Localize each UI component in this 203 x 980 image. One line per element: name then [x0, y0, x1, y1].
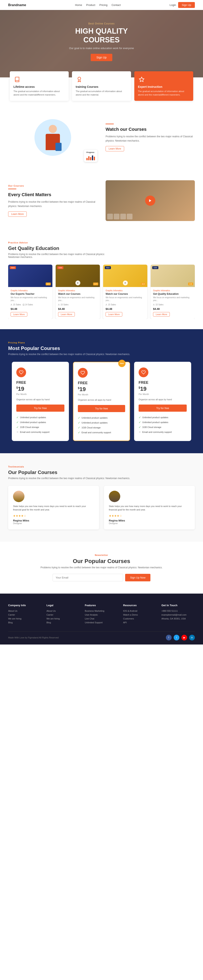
course-cat-1: Graphic Infomatics [58, 290, 98, 292]
social-icons: f t ▶ in [166, 635, 195, 640]
play-btn-1[interactable] [75, 280, 80, 285]
feature-item-0-2: ✓1GB Cloud storage [16, 425, 64, 430]
pricing-plan-2: FREE [139, 380, 187, 385]
client-learn-more[interactable]: Learn More [8, 212, 27, 217]
footer-item-4-0: +880 555 51111 [161, 610, 195, 612]
pricing-price-1: $19 [78, 386, 125, 393]
pricing-cards: FREE $19 Per Month Organize across all a… [8, 362, 195, 441]
watch-content: Watch our Courses Problems trying to res… [105, 124, 195, 151]
pricing-period-2: Per Month [139, 393, 187, 395]
star-icon [138, 76, 145, 83]
course-learn-btn-2[interactable]: Learn More [105, 312, 122, 317]
footer: Company Info About Us Carrier We are hir… [0, 593, 203, 644]
play-btn-2[interactable] [123, 280, 128, 285]
hero-content: Best Online Courses HIGH QUALITYCOURSES … [69, 22, 134, 61]
student-head [49, 125, 57, 133]
course-card-0: New 4.5 Graphic Infomatics Our Experts T… [8, 265, 53, 319]
hero-cta-button[interactable]: Sign Up [91, 54, 112, 61]
footer-item-3-1: Watch a Demo [123, 614, 157, 616]
nav-product[interactable]: Product [86, 3, 95, 6]
twitter-icon[interactable]: t [174, 635, 179, 640]
course-name-2: Watch our Courses [105, 293, 145, 295]
nav-contact[interactable]: Contact [112, 3, 121, 6]
svg-point-0 [78, 77, 81, 80]
subscribe-button[interactable]: Sign Up Now [125, 574, 150, 581]
play-button[interactable] [145, 196, 155, 206]
youtube-icon[interactable]: ▶ [181, 635, 187, 640]
feature-desc-2: The gradual accumulation of information … [138, 90, 190, 96]
footer-col-title-2: Features [85, 604, 118, 607]
footer-grid: Company Info About Us Carrier We are hir… [8, 604, 195, 625]
video-thumbnail [105, 180, 195, 221]
course-card-1: Sale 4.7 Graphic Infomatics Watch our Co… [56, 265, 100, 319]
bar-2 [88, 156, 90, 160]
pricing-features-0: ✓Unlimited product updates ✓Unlimited pr… [16, 415, 64, 434]
pricing-price-0: $19 [16, 386, 64, 392]
watch-learn-more[interactable]: Learn More [105, 146, 124, 151]
linkedin-icon[interactable]: in [189, 635, 195, 640]
course-sub-2: We focus on engonomics and marketing you… [105, 296, 145, 302]
nav-home[interactable]: Home [75, 3, 82, 6]
testimonial-card-1: Slate helps you see how many more days y… [104, 486, 195, 530]
testimonial-role-1: Designer [109, 522, 190, 525]
newsletter-label: Newsletter [8, 554, 195, 556]
course-rating-2: 4.3 [141, 283, 146, 285]
try-btn-2[interactable]: Try for free [139, 404, 187, 412]
course-card-3: Sale 4.6 Graphic Infomatics Get Quality … [150, 265, 195, 319]
bar-3 [90, 157, 91, 160]
svg-point-9 [106, 304, 107, 304]
feature-title-2: Expert Instruction [138, 85, 190, 88]
course-badge-1: Sale [57, 266, 63, 269]
pricing-period-1: Per Month [78, 393, 125, 396]
nav-actions: Login Sign Up [169, 2, 195, 8]
course-sub-3: We focus on engonomics and marketing you… [153, 296, 192, 302]
footer-list-4: +880 555 51111 exampleemail@mail.com Afr… [161, 610, 195, 620]
footer-item-2-1: User Analytic [85, 614, 118, 616]
watch-desc: Problems trying to resolve the conflict … [105, 134, 195, 143]
book-icon [13, 76, 21, 83]
course-name-3: Get Quality Education [153, 293, 192, 295]
course-price-0: $4.48 [11, 307, 50, 310]
footer-item-2-2: Live Chat [85, 617, 118, 620]
media-controls-2 [123, 280, 128, 285]
try-btn-0[interactable]: Try for free [16, 404, 64, 412]
student-illustration [32, 115, 73, 160]
testimonial-card-0: Slate helps you see how many more days y… [8, 486, 99, 530]
video-items [105, 212, 195, 221]
client-title: Every Client Matters [8, 192, 98, 197]
watch-section: Progress Watch our Courses Problems tryi… [0, 101, 203, 170]
newsletter-section: Newsletter Our Popular Courses Problems … [0, 542, 203, 593]
chart-badge: Progress [84, 150, 98, 162]
course-students-0: 15 Sales [11, 304, 21, 306]
try-btn-1[interactable]: Try for free [78, 405, 125, 412]
feature-item-1-2: ✓1GB Cloud storage [78, 425, 125, 430]
feature-desc-0: The gradual accumulation of information … [13, 90, 65, 96]
media-controls-1 [75, 280, 80, 285]
features-section: Lifetime access The gradual accumulation… [0, 71, 203, 101]
course-name-0: Our Experts Teacher [11, 293, 50, 295]
pricing-features-1: ✓Unlimited product updates ✓Unlimited pr… [78, 415, 125, 435]
testimonial-text-0: Slate helps you see how many more days y… [13, 504, 94, 512]
signup-button[interactable]: Sign Up [178, 2, 195, 8]
footer-col-4: Get In Touch +880 555 51111 exampleemail… [161, 604, 195, 625]
feature-item-2-1: ✓Unlimited product updates [139, 420, 187, 425]
facebook-icon[interactable]: f [166, 635, 172, 640]
course-learn-btn-0[interactable]: Learn More [11, 312, 27, 317]
pricing-sub-0: Organize across all apps by hand [16, 398, 64, 401]
pricing-desc: Problems trying to resolve the conflict … [8, 353, 195, 356]
feature-title-1: training Courses [76, 85, 127, 88]
pricing-period-0: Per Month [16, 393, 64, 395]
section-divider [105, 124, 114, 124]
newsletter-form: Sign Up Now [53, 574, 150, 581]
footer-list-1: About Us Carrier We are hiring Blog [46, 610, 80, 624]
hero-section: Best Online Courses HIGH QUALITYCOURSES … [0, 10, 203, 77]
course-learn-btn-1[interactable]: Learn More [58, 312, 75, 317]
login-button[interactable]: Login [169, 3, 176, 6]
course-learn-btn-3[interactable]: Learn More [153, 312, 170, 317]
watch-title: Watch our Courses [105, 127, 195, 132]
feature-item-0-3: ✕Email and community support [16, 430, 64, 434]
bar-5 [94, 157, 95, 160]
course-name-1: Watch our Courses [58, 293, 98, 295]
nav-pricing[interactable]: Pricing [99, 3, 107, 6]
newsletter-email-input[interactable] [53, 574, 123, 581]
